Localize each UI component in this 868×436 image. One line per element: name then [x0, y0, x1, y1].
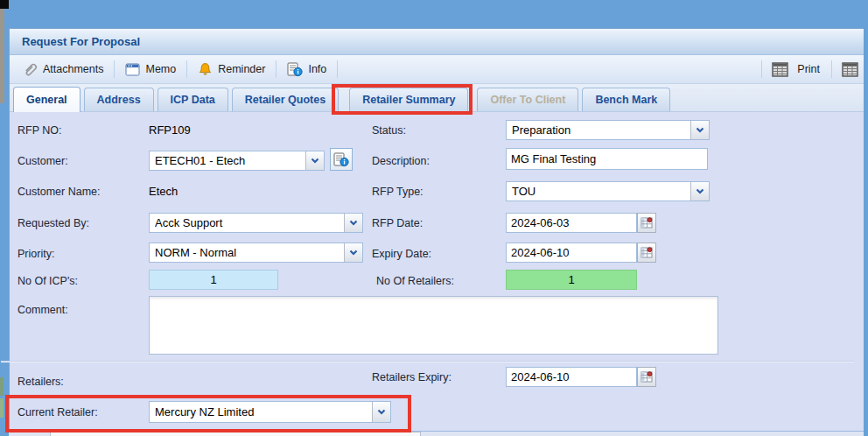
rfp-no-label: RFP NO: — [18, 124, 61, 137]
comment-label: Comment: — [18, 304, 68, 316]
desktop-corner-fragment — [0, 0, 9, 9]
requested-by-label: Requested By: — [18, 217, 89, 229]
rfp-date-input[interactable] — [506, 213, 637, 233]
rfp-no-value: RFP109 — [149, 123, 191, 137]
description-label: Description: — [372, 155, 430, 167]
tab-address[interactable]: Address — [84, 88, 154, 111]
calendar-icon — [640, 217, 653, 229]
customer-name-label: Customer Name: — [18, 186, 100, 198]
expiry-date-label: Expiry Date: — [372, 248, 431, 260]
memo-icon — [125, 63, 140, 76]
reminder-label: Reminder — [218, 63, 265, 75]
window-title: Request For Proposal — [22, 35, 140, 48]
calendar-icon — [640, 371, 653, 383]
bell-icon — [198, 62, 213, 77]
chevron-down-icon[interactable] — [372, 402, 390, 422]
chevron-down-icon[interactable] — [344, 243, 362, 262]
table-grid-icon — [772, 62, 788, 77]
customer-name-value: Etech — [149, 185, 178, 198]
rfp-type-label: RFP Type: — [372, 186, 424, 198]
rfp-type-select[interactable]: TOU — [506, 181, 710, 201]
info-label: Info — [308, 63, 326, 75]
customer-select[interactable]: ETECH01 - Etech — [149, 151, 325, 171]
toolbar-separator — [186, 60, 187, 78]
expiry-date-picker-button[interactable] — [637, 243, 656, 263]
status-value: Preparation — [512, 123, 688, 137]
memo-button[interactable]: Memo — [121, 60, 180, 79]
retailers-label: Retailers: — [18, 376, 64, 388]
description-input[interactable] — [506, 148, 708, 170]
print-button[interactable] — [768, 60, 792, 80]
requested-by-value: Acck Support — [155, 216, 341, 229]
toolbar-separator — [337, 60, 338, 78]
toolbar-separator — [276, 60, 276, 78]
info-button[interactable]: Info — [283, 60, 331, 80]
toolbar-right: Print — [755, 60, 862, 80]
chevron-down-icon[interactable] — [690, 121, 709, 139]
window-titlebar: Request For Proposal — [10, 29, 864, 55]
status-select[interactable]: Preparation — [506, 120, 710, 140]
info-doc-icon — [333, 152, 349, 167]
rfp-date-label: RFP Date: — [372, 217, 423, 229]
tab-bar: General Address ICP Data Retailer Quotes… — [10, 84, 864, 112]
current-retailer-value: Mercury NZ Limited — [155, 405, 369, 418]
tab-retailer-summary[interactable]: Retailer Summary — [349, 88, 468, 111]
rfp-type-value: TOU — [512, 185, 688, 198]
comment-textarea[interactable] — [149, 296, 718, 355]
table-grid-icon — [842, 62, 858, 77]
info-doc-icon — [287, 62, 303, 77]
paperclip-icon — [23, 62, 38, 77]
retailers-expiry-label: Retailers Expiry: — [372, 371, 452, 383]
retailers-expiry-picker-button[interactable] — [637, 367, 656, 387]
expiry-date-input[interactable] — [506, 243, 637, 263]
chevron-down-icon[interactable] — [305, 151, 324, 170]
section-divider — [1, 361, 854, 362]
reminder-button[interactable]: Reminder — [193, 60, 270, 80]
desktop-icon-fragment — [0, 398, 4, 418]
no-of-icps-value: 1 — [149, 270, 278, 290]
requested-by-select[interactable]: Acck Support — [149, 213, 363, 233]
desktop-icon-fragment — [0, 377, 4, 396]
current-retailer-select[interactable]: Mercury NZ Limited — [149, 401, 391, 423]
tab-general[interactable]: General — [13, 87, 80, 112]
retailers-expiry-input[interactable] — [506, 367, 637, 387]
chevron-down-icon[interactable] — [344, 214, 362, 232]
tab-bench-mark[interactable]: Bench Mark — [582, 88, 670, 111]
priority-select[interactable]: NORM - Normal — [149, 243, 363, 263]
current-retailer-label: Current Retailer: — [18, 406, 98, 418]
toolbar-separator — [761, 60, 762, 78]
no-of-retailers-value: 1 — [506, 270, 637, 290]
toolbar-separator — [114, 60, 115, 78]
no-of-retailers-label: No Of Retailers: — [376, 275, 454, 287]
toolbar: Attachments Memo Reminder — [10, 55, 864, 84]
chevron-down-icon[interactable] — [690, 182, 709, 200]
status-label: Status: — [372, 124, 406, 137]
print-label[interactable]: Print — [797, 63, 820, 75]
priority-label: Priority: — [18, 248, 54, 260]
screen: Request For Proposal Attachments Memo — [0, 0, 868, 436]
rfp-date-picker-button[interactable] — [637, 213, 656, 233]
cutoff-element-edge — [50, 432, 421, 436]
tab-offer-to-client: Offer To Client — [477, 88, 578, 111]
memo-label: Memo — [145, 63, 176, 75]
priority-value: NORM - Normal — [155, 246, 341, 259]
tab-icp-data[interactable]: ICP Data — [158, 88, 228, 111]
no-of-icps-label: No Of ICP's: — [18, 275, 78, 287]
grid-button[interactable] — [838, 60, 862, 80]
tab-retailer-quotes[interactable]: Retailer Quotes — [232, 88, 339, 111]
customer-value: ETECH01 - Etech — [155, 154, 303, 167]
desktop-edge-strip — [0, 9, 4, 103]
attachments-button[interactable]: Attachments — [18, 60, 108, 80]
attachments-label: Attachments — [43, 63, 103, 75]
toolbar-separator — [831, 60, 832, 78]
calendar-icon — [640, 247, 653, 258]
customer-label: Customer: — [18, 155, 68, 167]
customer-info-button[interactable] — [330, 148, 353, 171]
